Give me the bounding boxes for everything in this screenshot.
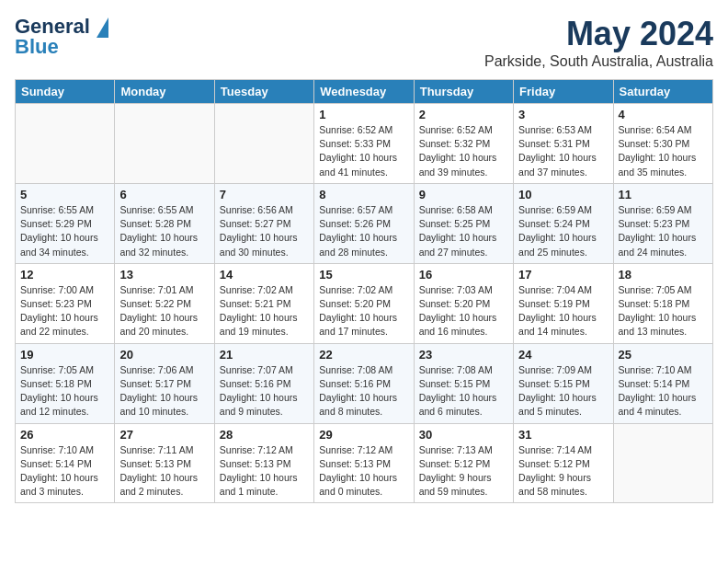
- calendar-cell: 3Sunrise: 6:53 AM Sunset: 5:31 PM Daylig…: [514, 104, 613, 184]
- day-info: Sunrise: 7:12 AM Sunset: 5:13 PM Dayligh…: [319, 443, 408, 500]
- weekday-header-tuesday: Tuesday: [214, 80, 313, 104]
- calendar-cell: [115, 104, 214, 184]
- calendar-header: SundayMondayTuesdayWednesdayThursdayFrid…: [16, 80, 713, 104]
- calendar-cell: 29Sunrise: 7:12 AM Sunset: 5:13 PM Dayli…: [314, 423, 414, 503]
- day-number: 13: [119, 268, 209, 282]
- day-number: 5: [20, 188, 109, 201]
- day-number: 30: [419, 428, 508, 442]
- logo-blue: Blue: [15, 35, 59, 59]
- day-info: Sunrise: 7:03 AM Sunset: 5:20 PM Dayligh…: [419, 283, 508, 339]
- day-number: 17: [518, 268, 608, 282]
- day-info: Sunrise: 7:10 AM Sunset: 5:14 PM Dayligh…: [20, 443, 109, 500]
- calendar-cell: 20Sunrise: 7:06 AM Sunset: 5:17 PM Dayli…: [115, 343, 214, 423]
- day-number: 8: [319, 188, 408, 201]
- calendar-cell: 30Sunrise: 7:13 AM Sunset: 5:12 PM Dayli…: [414, 423, 513, 503]
- day-info: Sunrise: 7:05 AM Sunset: 5:18 PM Dayligh…: [20, 363, 109, 419]
- day-number: 29: [319, 428, 408, 442]
- calendar-cell: [613, 423, 712, 503]
- day-info: Sunrise: 6:53 AM Sunset: 5:31 PM Dayligh…: [518, 123, 608, 179]
- calendar-body: 1Sunrise: 6:52 AM Sunset: 5:33 PM Daylig…: [16, 104, 713, 503]
- day-info: Sunrise: 6:58 AM Sunset: 5:25 PM Dayligh…: [419, 203, 508, 259]
- calendar-cell: 1Sunrise: 6:52 AM Sunset: 5:33 PM Daylig…: [314, 104, 414, 184]
- day-number: 12: [20, 268, 109, 282]
- logo: General Blue: [15, 15, 108, 59]
- day-number: 18: [619, 268, 708, 282]
- day-info: Sunrise: 7:04 AM Sunset: 5:19 PM Dayligh…: [518, 283, 608, 339]
- calendar-week-row: 5Sunrise: 6:55 AM Sunset: 5:29 PM Daylig…: [16, 183, 713, 263]
- day-number: 10: [518, 188, 608, 201]
- day-number: 28: [220, 428, 309, 442]
- calendar-cell: 25Sunrise: 7:10 AM Sunset: 5:14 PM Dayli…: [613, 343, 712, 423]
- calendar-cell: 22Sunrise: 7:08 AM Sunset: 5:16 PM Dayli…: [314, 343, 414, 423]
- calendar-cell: 4Sunrise: 6:54 AM Sunset: 5:30 PM Daylig…: [613, 104, 712, 184]
- day-info: Sunrise: 7:14 AM Sunset: 5:12 PM Dayligh…: [518, 443, 608, 500]
- day-info: Sunrise: 6:52 AM Sunset: 5:33 PM Dayligh…: [319, 123, 408, 179]
- calendar-cell: 6Sunrise: 6:55 AM Sunset: 5:28 PM Daylig…: [115, 183, 214, 263]
- calendar-cell: 15Sunrise: 7:02 AM Sunset: 5:20 PM Dayli…: [314, 263, 414, 343]
- day-info: Sunrise: 6:59 AM Sunset: 5:24 PM Dayligh…: [518, 203, 608, 259]
- day-number: 23: [419, 348, 508, 362]
- day-info: Sunrise: 6:57 AM Sunset: 5:26 PM Dayligh…: [319, 203, 408, 259]
- day-number: 7: [220, 188, 309, 201]
- calendar-cell: 12Sunrise: 7:00 AM Sunset: 5:23 PM Dayli…: [16, 263, 115, 343]
- weekday-header-friday: Friday: [514, 80, 613, 104]
- day-info: Sunrise: 7:07 AM Sunset: 5:16 PM Dayligh…: [220, 363, 309, 419]
- day-number: 24: [518, 348, 608, 362]
- day-info: Sunrise: 6:54 AM Sunset: 5:30 PM Dayligh…: [619, 123, 708, 179]
- day-info: Sunrise: 7:01 AM Sunset: 5:22 PM Dayligh…: [119, 283, 209, 339]
- day-info: Sunrise: 7:08 AM Sunset: 5:15 PM Dayligh…: [419, 363, 508, 419]
- day-number: 16: [419, 268, 508, 282]
- calendar-cell: 31Sunrise: 7:14 AM Sunset: 5:12 PM Dayli…: [514, 423, 613, 503]
- calendar-cell: 9Sunrise: 6:58 AM Sunset: 5:25 PM Daylig…: [414, 183, 513, 263]
- day-number: 14: [220, 268, 309, 282]
- day-number: 9: [419, 188, 508, 201]
- calendar-cell: 11Sunrise: 6:59 AM Sunset: 5:23 PM Dayli…: [613, 183, 712, 263]
- calendar-cell: 24Sunrise: 7:09 AM Sunset: 5:15 PM Dayli…: [514, 343, 613, 423]
- day-number: 27: [119, 428, 209, 442]
- calendar-cell: 27Sunrise: 7:11 AM Sunset: 5:13 PM Dayli…: [115, 423, 214, 503]
- calendar-cell: 8Sunrise: 6:57 AM Sunset: 5:26 PM Daylig…: [314, 183, 414, 263]
- day-info: Sunrise: 6:56 AM Sunset: 5:27 PM Dayligh…: [220, 203, 309, 259]
- day-info: Sunrise: 6:59 AM Sunset: 5:23 PM Dayligh…: [619, 203, 708, 259]
- day-number: 11: [619, 188, 708, 201]
- day-info: Sunrise: 7:10 AM Sunset: 5:14 PM Dayligh…: [619, 363, 708, 419]
- day-info: Sunrise: 7:02 AM Sunset: 5:21 PM Dayligh…: [220, 283, 309, 339]
- day-info: Sunrise: 6:55 AM Sunset: 5:29 PM Dayligh…: [20, 203, 109, 259]
- day-number: 22: [319, 348, 408, 362]
- calendar-cell: [16, 104, 115, 184]
- day-number: 15: [319, 268, 408, 282]
- calendar-cell: 18Sunrise: 7:05 AM Sunset: 5:18 PM Dayli…: [613, 263, 712, 343]
- day-number: 3: [518, 108, 608, 121]
- day-info: Sunrise: 6:52 AM Sunset: 5:32 PM Dayligh…: [419, 123, 508, 179]
- weekday-header-row: SundayMondayTuesdayWednesdayThursdayFrid…: [16, 80, 713, 104]
- day-number: 19: [20, 348, 109, 362]
- calendar-cell: 14Sunrise: 7:02 AM Sunset: 5:21 PM Dayli…: [214, 263, 313, 343]
- day-info: Sunrise: 6:55 AM Sunset: 5:28 PM Dayligh…: [119, 203, 209, 259]
- day-info: Sunrise: 7:00 AM Sunset: 5:23 PM Dayligh…: [20, 283, 109, 339]
- calendar-cell: 19Sunrise: 7:05 AM Sunset: 5:18 PM Dayli…: [16, 343, 115, 423]
- day-info: Sunrise: 7:11 AM Sunset: 5:13 PM Dayligh…: [119, 443, 209, 500]
- calendar-subtitle: Parkside, South Australia, Australia: [484, 53, 713, 70]
- calendar-cell: [214, 104, 313, 184]
- calendar-week-row: 1Sunrise: 6:52 AM Sunset: 5:33 PM Daylig…: [16, 104, 713, 184]
- page-header: General Blue May 2024 Parkside, South Au…: [15, 15, 713, 70]
- day-info: Sunrise: 7:08 AM Sunset: 5:16 PM Dayligh…: [319, 363, 408, 419]
- weekday-header-monday: Monday: [115, 80, 214, 104]
- calendar-week-row: 19Sunrise: 7:05 AM Sunset: 5:18 PM Dayli…: [16, 343, 713, 423]
- title-block: May 2024 Parkside, South Australia, Aust…: [484, 15, 713, 70]
- day-number: 2: [419, 108, 508, 121]
- calendar-cell: 13Sunrise: 7:01 AM Sunset: 5:22 PM Dayli…: [115, 263, 214, 343]
- day-number: 21: [220, 348, 309, 362]
- day-info: Sunrise: 7:06 AM Sunset: 5:17 PM Dayligh…: [119, 363, 209, 419]
- calendar-week-row: 26Sunrise: 7:10 AM Sunset: 5:14 PM Dayli…: [16, 423, 713, 503]
- weekday-header-sunday: Sunday: [16, 80, 115, 104]
- calendar-cell: 21Sunrise: 7:07 AM Sunset: 5:16 PM Dayli…: [214, 343, 313, 423]
- day-info: Sunrise: 7:09 AM Sunset: 5:15 PM Dayligh…: [518, 363, 608, 419]
- calendar-cell: 5Sunrise: 6:55 AM Sunset: 5:29 PM Daylig…: [16, 183, 115, 263]
- day-info: Sunrise: 7:12 AM Sunset: 5:13 PM Dayligh…: [220, 443, 309, 500]
- day-info: Sunrise: 7:02 AM Sunset: 5:20 PM Dayligh…: [319, 283, 408, 339]
- day-number: 25: [619, 348, 708, 362]
- calendar-cell: 7Sunrise: 6:56 AM Sunset: 5:27 PM Daylig…: [214, 183, 313, 263]
- calendar-week-row: 12Sunrise: 7:00 AM Sunset: 5:23 PM Dayli…: [16, 263, 713, 343]
- weekday-header-saturday: Saturday: [613, 80, 712, 104]
